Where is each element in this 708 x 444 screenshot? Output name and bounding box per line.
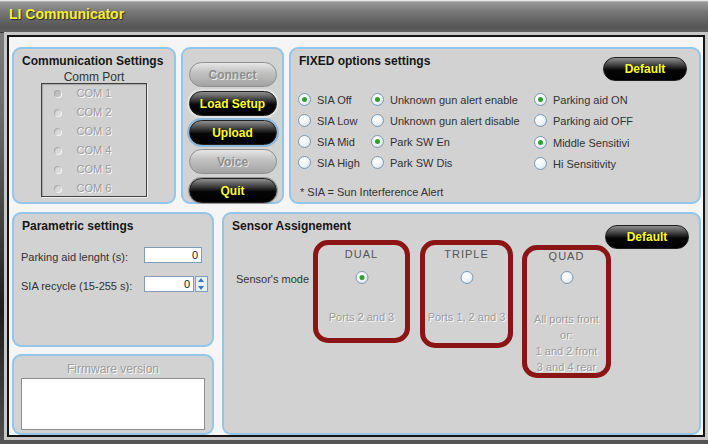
upload-button[interactable]: Upload — [189, 120, 277, 145]
com-port-option-label: COM 4 — [77, 144, 112, 156]
radio-mode-dual[interactable] — [355, 271, 368, 284]
connect-button[interactable]: Connect — [189, 62, 277, 87]
window-title: LI Communicator — [9, 6, 124, 22]
mode-box-triple: TRIPLE Ports 1, 2 and 3 — [420, 240, 513, 348]
com-port-option[interactable]: COM 2 — [42, 103, 146, 122]
com-port-option[interactable]: COM 4 — [42, 141, 146, 160]
firmware-version-label: Firmware version — [14, 362, 212, 376]
radio-park-sw-en[interactable]: Park SW En — [371, 134, 520, 149]
radio-icon — [534, 136, 547, 149]
radio-icon — [54, 128, 61, 135]
communication-settings-panel: Communication Settings Comm Port COM 1 C… — [12, 47, 176, 204]
radio-icon — [371, 93, 384, 106]
parking-aid-length-label: Parking aid lenght (s): — [21, 251, 128, 263]
com-port-option-label: COM 3 — [77, 125, 112, 137]
radio-icon — [298, 156, 311, 169]
communication-settings-title: Communication Settings — [22, 54, 163, 68]
radio-icon — [54, 166, 61, 173]
radio-sia-high[interactable]: SIA High — [298, 155, 360, 170]
com-port-option-label: COM 5 — [77, 163, 112, 175]
window-titlebar[interactable]: LI Communicator — [0, 0, 708, 33]
radio-icon — [298, 93, 311, 106]
sensor-assignment-panel: Sensor Assignement Default Sensor's mode… — [222, 212, 701, 435]
radio-icon — [534, 93, 547, 106]
mode-description: Ports 1, 2 and 3 — [425, 309, 508, 325]
sia-recycle-label: SIA recycle (15-255 s): — [21, 280, 132, 292]
radio-icon — [298, 114, 311, 127]
com-port-option[interactable]: COM 1 — [42, 84, 146, 103]
parametric-settings-panel: Parametric settings Parking aid lenght (… — [12, 212, 214, 347]
radio-icon — [534, 157, 547, 170]
radio-unknown-gun-alert-enable[interactable]: Unknown gun alert enable — [371, 92, 520, 107]
radio-label: Hi Sensitivity — [553, 158, 616, 170]
parking-aid-radio-group: Parking aid ON Parking aid OFF Middle Se… — [534, 92, 633, 177]
radio-icon — [371, 135, 384, 148]
sia-recycle-input[interactable] — [144, 276, 194, 292]
voice-button[interactable]: Voice — [189, 149, 277, 174]
firmware-version-display — [21, 378, 205, 430]
radio-parking-aid-on[interactable]: Parking aid ON — [534, 92, 633, 107]
radio-mode-quad[interactable] — [560, 271, 573, 284]
radio-label: SIA Low — [317, 115, 357, 127]
comm-port-list[interactable]: COM 1 COM 2 COM 3 COM 4 COM 5 — [41, 83, 147, 197]
load-setup-button[interactable]: Load Setup — [189, 91, 277, 116]
radio-icon — [54, 90, 61, 97]
spinner-down-icon[interactable] — [196, 284, 207, 291]
mode-description: All ports front or: 1 and 2 front 3 and … — [527, 311, 606, 375]
mode-box-quad: QUAD All ports front or: 1 and 2 front 3… — [522, 245, 611, 378]
gun-alert-radio-group: Unknown gun alert enable Unknown gun ale… — [371, 92, 520, 176]
radio-label: SIA Mid — [317, 136, 355, 148]
radio-mode-triple[interactable] — [460, 271, 473, 284]
main-window: Communication Settings Comm Port COM 1 C… — [7, 35, 705, 437]
mode-description-line: Ports 2 and 3 — [318, 309, 405, 325]
mode-box-dual: DUAL Ports 2 and 3 — [313, 240, 410, 343]
parking-aid-length-input[interactable] — [144, 247, 202, 263]
radio-icon — [371, 156, 384, 169]
radio-label: Unknown gun alert enable — [390, 94, 518, 106]
radio-unknown-gun-alert-disable[interactable]: Unknown gun alert disable — [371, 113, 520, 128]
radio-label: SIA High — [317, 157, 360, 169]
com-port-option-label: COM 1 — [77, 87, 112, 99]
fixed-options-panel: FIXED options settings Default SIA Off S… — [289, 47, 701, 204]
radio-icon — [298, 135, 311, 148]
radio-hi-sensitivity[interactable]: Hi Sensitivity — [534, 156, 633, 171]
radio-sia-off[interactable]: SIA Off — [298, 92, 360, 107]
radio-middle-sensitivity[interactable]: Middle Sensitivi — [534, 135, 633, 150]
radio-sia-low[interactable]: SIA Low — [298, 113, 360, 128]
mode-description-line: 3 and 4 rear — [527, 359, 606, 375]
parametric-settings-title: Parametric settings — [22, 219, 133, 233]
radio-icon — [371, 114, 384, 127]
radio-sia-mid[interactable]: SIA Mid — [298, 134, 360, 149]
mode-description-line: Ports 1, 2 and 3 — [425, 309, 508, 325]
fixed-default-button[interactable]: Default — [603, 57, 687, 81]
radio-label: Park SW En — [390, 136, 450, 148]
com-port-option[interactable]: COM 3 — [42, 122, 146, 141]
comm-port-label: Comm Port — [14, 70, 174, 84]
quit-button[interactable]: Quit — [189, 178, 277, 203]
desktop-background: LI Communicator Communication Settings C… — [0, 0, 708, 444]
mode-name: DUAL — [318, 248, 405, 260]
radio-icon — [54, 185, 61, 192]
radio-park-sw-dis[interactable]: Park SW Dis — [371, 155, 520, 170]
sensor-mode-label: Sensor's mode — [236, 273, 309, 285]
sensor-default-button[interactable]: Default — [605, 225, 689, 249]
radio-label: Parking aid OFF — [553, 115, 633, 127]
radio-label: SIA Off — [317, 94, 352, 106]
fixed-options-title: FIXED options settings — [299, 54, 430, 68]
com-port-option[interactable]: COM 6 — [42, 179, 146, 198]
radio-parking-aid-off[interactable]: Parking aid OFF — [534, 113, 633, 128]
com-port-option[interactable]: COM 5 — [42, 160, 146, 179]
radio-icon — [54, 109, 61, 116]
radio-label: Unknown gun alert disable — [390, 115, 520, 127]
mode-description: Ports 2 and 3 — [318, 309, 405, 325]
mode-description-line: 1 and 2 front — [527, 343, 606, 359]
firmware-version-panel: Firmware version — [12, 354, 214, 435]
action-buttons-panel: Connect Load Setup Upload Voice Quit — [181, 47, 284, 204]
radio-label: Middle Sensitivi — [553, 137, 629, 149]
mode-name: TRIPLE — [425, 248, 508, 260]
radio-icon — [534, 114, 547, 127]
spinner-up-icon[interactable] — [196, 277, 207, 284]
sia-note: * SIA = Sun Interference Alert — [300, 186, 443, 198]
mode-description-line: All ports front — [527, 311, 606, 327]
radio-icon — [54, 147, 61, 154]
